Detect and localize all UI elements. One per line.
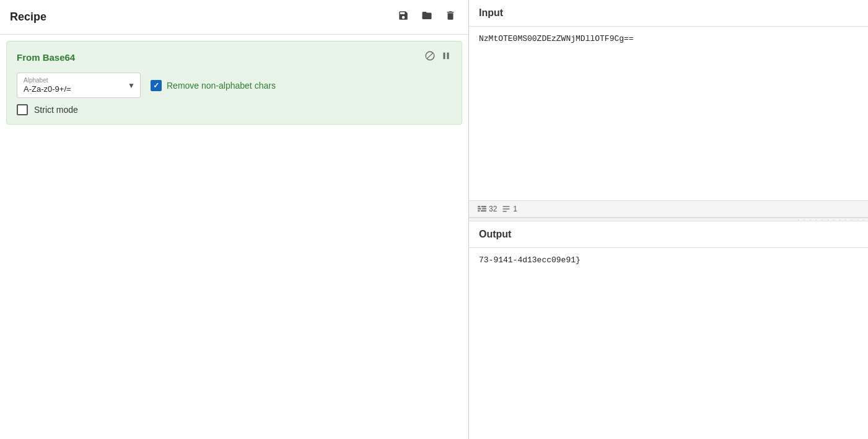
input-header: Input xyxy=(469,0,868,27)
dropdown-arrow-icon: ▼ xyxy=(128,81,135,90)
operation-title-row: From Base64 xyxy=(17,50,452,64)
save-icon[interactable] xyxy=(395,7,411,27)
recipe-header: Recipe xyxy=(0,0,468,35)
pause-icon[interactable] xyxy=(441,50,452,64)
delete-icon[interactable] xyxy=(442,7,458,27)
remove-nonalpha-label: Remove non-alphabet chars xyxy=(167,81,276,91)
operation-title: From Base64 xyxy=(17,52,75,63)
input-textarea[interactable]: NzMtOTE0MS00ZDEzZWNjMDllOTF9Cg== xyxy=(469,27,868,200)
alphabet-label: Alphabet xyxy=(24,77,121,84)
left-panel: Recipe From B xyxy=(0,0,469,439)
operation-controls xyxy=(424,50,452,64)
line-count-stat: 1 xyxy=(502,205,517,213)
svg-rect-2 xyxy=(478,210,480,211)
strict-mode-label: Strict mode xyxy=(34,105,78,115)
line-count-icon xyxy=(502,205,511,213)
output-section: Output 73-9141-4d13ecc09e91} xyxy=(469,221,868,439)
char-count-icon xyxy=(478,206,486,212)
strict-mode-row: Strict mode xyxy=(17,104,452,115)
right-panel: Input NzMtOTE0MS00ZDEzZWNjMDllOTF9Cg== 3… xyxy=(469,0,868,439)
svg-rect-1 xyxy=(478,208,481,210)
svg-rect-5 xyxy=(481,210,486,211)
open-icon[interactable] xyxy=(419,7,435,27)
operation-card: From Base64 Alphabet A- xyxy=(6,41,462,125)
char-count-value: 32 xyxy=(489,205,497,213)
disable-icon[interactable] xyxy=(424,50,436,64)
recipe-toolbar xyxy=(395,7,458,27)
input-stats: 32 1 xyxy=(469,200,868,218)
recipe-title: Recipe xyxy=(10,11,46,24)
strict-mode-checkbox[interactable] xyxy=(17,104,28,115)
alphabet-select[interactable]: Alphabet A-Za-z0-9+/= ▼ xyxy=(17,73,141,98)
output-area: 73-9141-4d13ecc09e91} xyxy=(469,248,868,439)
input-section: Input NzMtOTE0MS00ZDEzZWNjMDllOTF9Cg== 3… xyxy=(469,0,868,218)
char-count-stat: 32 xyxy=(478,205,497,213)
alphabet-value: A-Za-z0-9+/= xyxy=(24,84,71,94)
line-count-value: 1 xyxy=(513,205,517,213)
svg-rect-3 xyxy=(481,206,486,207)
output-header: Output xyxy=(469,221,868,248)
remove-nonalpha-row: Remove non-alphabet chars xyxy=(151,80,276,91)
alphabet-row: Alphabet A-Za-z0-9+/= ▼ Remove non-alpha… xyxy=(17,73,452,98)
remove-nonalpha-checkbox[interactable] xyxy=(151,80,162,91)
svg-rect-4 xyxy=(482,208,486,210)
svg-rect-0 xyxy=(478,206,480,207)
